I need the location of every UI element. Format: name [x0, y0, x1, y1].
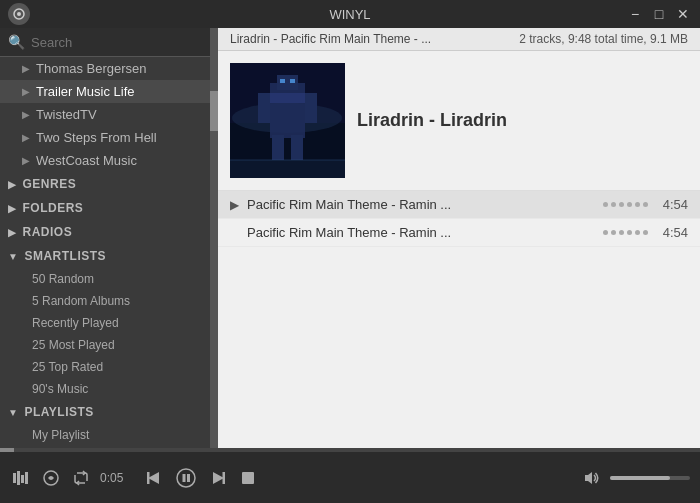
svg-rect-16 — [13, 473, 16, 483]
svg-rect-17 — [17, 471, 20, 485]
volume-slider[interactable] — [610, 476, 690, 480]
now-playing-text: Liradrin - Pacific Rim Main Theme - ... — [230, 32, 431, 46]
svg-rect-27 — [223, 472, 226, 484]
progress-bar[interactable] — [0, 448, 700, 452]
smartlists-section[interactable]: ▼ SMARTLISTS — [0, 244, 210, 268]
stop-button[interactable] — [237, 467, 259, 489]
play-icon: ▶ — [230, 198, 239, 212]
player-controls: 0:05 — [0, 452, 700, 503]
svg-point-1 — [17, 12, 21, 16]
track-duration: 4:54 — [658, 225, 688, 240]
track-rating — [603, 230, 648, 235]
folders-section[interactable]: ▶ FOLDERS — [0, 196, 210, 220]
volume-button[interactable] — [580, 467, 602, 489]
track-duration: 4:54 — [658, 197, 688, 212]
svg-rect-13 — [290, 79, 295, 83]
dot — [611, 202, 616, 207]
svg-rect-25 — [187, 474, 190, 482]
maximize-button[interactable]: □ — [650, 5, 668, 23]
dot — [619, 230, 624, 235]
svg-rect-9 — [305, 93, 317, 123]
svg-rect-10 — [272, 135, 284, 160]
sidebar-item-thomas[interactable]: ▶ Thomas Bergersen — [0, 57, 210, 80]
smartlist-25top[interactable]: 25 Top Rated — [0, 356, 210, 378]
dot — [619, 202, 624, 207]
arrow-icon: ▶ — [8, 227, 17, 238]
repeat-button[interactable] — [70, 467, 92, 489]
track-name: Pacific Rim Main Theme - Ramin ... — [247, 225, 603, 240]
equalizer-button[interactable] — [10, 467, 32, 489]
arrow-icon: ▶ — [8, 179, 17, 190]
dot — [603, 202, 608, 207]
volume-fill — [610, 476, 670, 480]
expand-arrow: ▶ — [22, 86, 30, 97]
window-controls: − □ ✕ — [626, 5, 692, 23]
arrow-icon: ▶ — [8, 203, 17, 214]
svg-point-23 — [177, 469, 195, 487]
minimize-button[interactable]: − — [626, 5, 644, 23]
svg-rect-18 — [21, 475, 24, 483]
content-body: Liradrin - Liradrin ▶ Pacific Rim Main T… — [218, 51, 700, 448]
svg-rect-8 — [258, 93, 270, 123]
sidebar: 🔍 ▶ Thomas Bergersen ▶ Trailer Music Lif… — [0, 28, 210, 448]
album-art-bg — [230, 63, 345, 178]
titlebar: WINYL − □ ✕ — [0, 0, 700, 28]
dot — [611, 230, 616, 235]
progress-fill — [0, 448, 14, 452]
radios-section[interactable]: ▶ RADIOS — [0, 220, 210, 244]
album-title-section: Liradrin - Liradrin — [345, 110, 519, 131]
next-button[interactable] — [207, 467, 229, 489]
svg-rect-11 — [291, 135, 303, 160]
content-header: Liradrin - Pacific Rim Main Theme - ... … — [218, 28, 700, 51]
table-row[interactable]: ▶ Pacific Rim Main Theme - Ramin ... 4:5… — [218, 219, 700, 247]
album-artist: Liradrin - Liradrin — [357, 110, 507, 131]
sidebar-item-twosteps[interactable]: ▶ Two Steps From Hell — [0, 126, 210, 149]
svg-rect-28 — [242, 472, 254, 484]
smartlist-recently-played[interactable]: Recently Played — [0, 312, 210, 334]
sidebar-item-twisted[interactable]: ▶ TwistedTV — [0, 103, 210, 126]
search-input[interactable] — [31, 35, 202, 50]
smartlist-25most[interactable]: 25 Most Played — [0, 334, 210, 356]
player-time: 0:05 — [100, 471, 135, 485]
sidebar-content: 🔍 ▶ Thomas Bergersen ▶ Trailer Music Lif… — [0, 28, 210, 448]
svg-marker-26 — [213, 472, 224, 484]
smartlist-50random[interactable]: 50 Random — [0, 268, 210, 290]
expand-arrow: ▶ — [22, 109, 30, 120]
pause-button[interactable] — [173, 465, 199, 491]
svg-marker-21 — [148, 472, 159, 484]
track-list: ▶ Pacific Rim Main Theme - Ramin ... 4:5… — [218, 191, 700, 247]
sidebar-scrollbar[interactable] — [210, 28, 218, 448]
dot — [635, 230, 640, 235]
svg-marker-29 — [585, 472, 592, 484]
scrobble-button[interactable] — [40, 467, 62, 489]
dot — [627, 230, 632, 235]
track-name: Pacific Rim Main Theme - Ramin ... — [247, 197, 603, 212]
svg-rect-5 — [270, 83, 305, 138]
svg-rect-22 — [147, 472, 150, 484]
sidebar-item-trailer[interactable]: ▶ Trailer Music Life — [0, 80, 210, 103]
table-row[interactable]: ▶ Pacific Rim Main Theme - Ramin ... 4:5… — [218, 191, 700, 219]
app-title: WINYL — [329, 7, 370, 22]
album-header: Liradrin - Liradrin — [218, 51, 700, 191]
sidebar-item-westcoast[interactable]: ▶ WestCoast Music — [0, 149, 210, 172]
svg-rect-12 — [280, 79, 285, 83]
expand-arrow: ▶ — [22, 155, 30, 166]
svg-rect-14 — [230, 160, 345, 178]
close-button[interactable]: ✕ — [674, 5, 692, 23]
player: 0:05 — [0, 448, 700, 503]
track-rating — [603, 202, 648, 207]
content-panel: Liradrin - Pacific Rim Main Theme - ... … — [218, 28, 700, 448]
dot — [627, 202, 632, 207]
playlists-section[interactable]: ▼ PLAYLISTS — [0, 400, 210, 424]
prev-button[interactable] — [143, 467, 165, 489]
svg-rect-19 — [25, 472, 28, 484]
smartlist-90s[interactable]: 90's Music — [0, 378, 210, 400]
arrow-icon: ▼ — [8, 251, 18, 262]
svg-rect-24 — [183, 474, 186, 482]
arrow-icon: ▼ — [8, 407, 18, 418]
smartlist-5random[interactable]: 5 Random Albums — [0, 290, 210, 312]
album-section: Liradrin - Liradrin ▶ Pacific Rim Main T… — [218, 51, 700, 448]
playlist-my[interactable]: My Playlist — [0, 424, 210, 446]
genres-section[interactable]: ▶ GENRES — [0, 172, 210, 196]
expand-arrow: ▶ — [22, 63, 30, 74]
